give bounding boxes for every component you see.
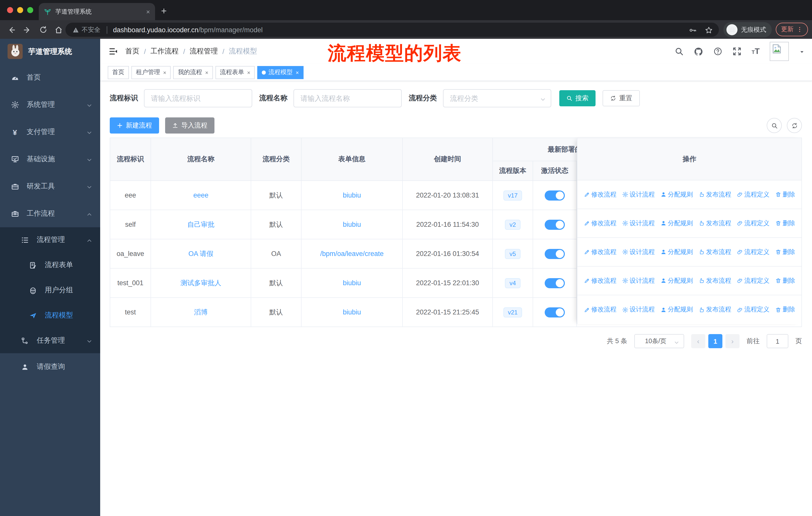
close-icon[interactable]: × (205, 69, 208, 75)
close-icon[interactable]: × (296, 69, 299, 75)
tag-process-model[interactable]: 流程模型× (258, 66, 303, 79)
active-toggle[interactable] (545, 278, 565, 288)
close-window-button[interactable] (7, 7, 13, 13)
breadcrumb-workflow[interactable]: 工作流程 (150, 47, 179, 56)
assign-rule-link[interactable]: 分配规则 (660, 219, 693, 227)
process-definition-link[interactable]: 流程定义 (737, 276, 770, 285)
modify-process-link[interactable]: 修改流程 (584, 219, 616, 227)
font-size-icon[interactable]: TT (752, 47, 760, 56)
design-process-link[interactable]: 设计流程 (622, 248, 655, 256)
modify-process-link[interactable]: 修改流程 (584, 276, 616, 285)
process-definition-link[interactable]: 流程定义 (737, 190, 770, 199)
caret-down-icon[interactable] (799, 47, 805, 56)
modify-process-link[interactable]: 修改流程 (584, 248, 616, 256)
delete-link[interactable]: 删除 (775, 276, 795, 285)
active-toggle[interactable] (545, 249, 565, 259)
address-bar[interactable]: 不安全 dashboard.yudao.iocoder.cn/bpm/manag… (65, 23, 719, 37)
breadcrumb-process-mgmt[interactable]: 流程管理 (190, 47, 218, 56)
close-icon[interactable]: × (163, 69, 166, 75)
process-name-link[interactable]: OA 请假 (188, 249, 213, 258)
form-info-link[interactable]: biubiu (343, 279, 361, 287)
modify-process-link[interactable]: 修改流程 (584, 190, 616, 199)
active-toggle[interactable] (545, 190, 565, 200)
process-definition-link[interactable]: 流程定义 (737, 219, 770, 227)
home-icon[interactable] (52, 24, 64, 36)
sidebar-item-system[interactable]: 系统管理 (0, 91, 100, 118)
refresh-table-button[interactable] (787, 118, 802, 133)
sidebar-item-devtools[interactable]: 研发工具 (0, 173, 100, 200)
publish-process-link[interactable]: 发布流程 (698, 190, 731, 199)
sidebar-item-workflow[interactable]: 工作流程 (0, 200, 100, 227)
assign-rule-link[interactable]: 分配规则 (660, 305, 693, 314)
process-name-link[interactable]: 滔博 (194, 308, 208, 317)
search-button[interactable]: 搜索 (559, 90, 596, 106)
sidebar-item-home[interactable]: 首页 (0, 64, 100, 91)
active-toggle[interactable] (545, 307, 565, 317)
sidebar-item-task-mgmt[interactable]: 任务管理 (0, 328, 100, 353)
tag-process-form[interactable]: 流程表单× (215, 66, 255, 79)
design-process-link[interactable]: 设计流程 (622, 190, 655, 199)
browser-tab[interactable]: 芋道管理系统 × (39, 3, 155, 20)
delete-link[interactable]: 删除 (775, 305, 795, 314)
design-process-link[interactable]: 设计流程 (622, 219, 655, 227)
close-icon[interactable]: × (247, 69, 251, 75)
delete-link[interactable]: 删除 (775, 248, 795, 256)
tag-my-process[interactable]: 我的流程× (173, 66, 213, 79)
sidebar-item-process-model[interactable]: 流程模型 (0, 303, 100, 328)
sidebar-item-process-mgmt[interactable]: 流程管理 (0, 227, 100, 252)
process-definition-link[interactable]: 流程定义 (737, 305, 770, 314)
create-process-button[interactable]: 新建流程 (110, 117, 159, 134)
bookmark-star-icon[interactable] (705, 25, 713, 34)
form-info-link[interactable]: biubiu (343, 221, 361, 228)
design-process-link[interactable]: 设计流程 (622, 305, 655, 314)
breadcrumb-home[interactable]: 首页 (125, 47, 140, 56)
publish-process-link[interactable]: 发布流程 (698, 248, 731, 256)
publish-process-link[interactable]: 发布流程 (698, 276, 731, 285)
form-info-link[interactable]: biubiu (343, 191, 361, 199)
import-process-button[interactable]: 导入流程 (165, 117, 214, 134)
process-id-input[interactable] (144, 89, 252, 107)
minimize-window-button[interactable] (17, 7, 23, 13)
zoom-window-button[interactable] (27, 7, 33, 13)
delete-link[interactable]: 删除 (775, 219, 795, 227)
assign-rule-link[interactable]: 分配规则 (660, 248, 693, 256)
process-name-link[interactable]: 测试多审批人 (180, 278, 221, 288)
password-key-icon[interactable] (689, 25, 697, 34)
sidebar-item-infra[interactable]: 基础设施 (0, 146, 100, 173)
publish-process-link[interactable]: 发布流程 (698, 219, 731, 227)
tab-close-icon[interactable]: × (146, 8, 150, 16)
sidebar-item-process-form[interactable]: 流程表单 (0, 252, 100, 278)
new-tab-button[interactable]: + (161, 4, 167, 18)
back-icon[interactable] (5, 24, 17, 36)
delete-link[interactable]: 删除 (775, 190, 795, 199)
sidebar-item-leave-query[interactable]: 请假查询 (0, 353, 100, 380)
search-icon[interactable] (674, 47, 684, 56)
reload-icon[interactable] (37, 24, 49, 36)
hamburger-icon[interactable] (109, 47, 118, 56)
sidebar-item-payment[interactable]: ¥ 支付管理 (0, 118, 100, 146)
form-info-link[interactable]: /bpm/oa/leave/create (320, 250, 384, 257)
next-page-button[interactable]: › (725, 334, 740, 348)
process-definition-link[interactable]: 流程定义 (737, 248, 770, 256)
process-name-link[interactable]: 自己审批 (187, 220, 214, 229)
forward-icon[interactable] (21, 24, 33, 36)
design-process-link[interactable]: 设计流程 (622, 276, 655, 285)
user-avatar[interactable] (770, 42, 789, 61)
assign-rule-link[interactable]: 分配规则 (660, 276, 693, 285)
process-name-link[interactable]: eeee (193, 191, 208, 199)
help-icon[interactable] (713, 47, 722, 56)
tag-tenant[interactable]: 租户管理× (132, 66, 171, 79)
browser-menu-dots-icon[interactable] (796, 26, 803, 33)
process-name-input[interactable] (293, 89, 402, 107)
page-size-select[interactable]: 10条/页 (634, 334, 684, 348)
sidebar-item-user-group[interactable]: 用户分组 (0, 278, 100, 303)
assign-rule-link[interactable]: 分配规则 (660, 190, 693, 199)
page-1-button[interactable]: 1 (708, 334, 722, 348)
reset-button[interactable]: 重置 (603, 90, 640, 106)
publish-process-link[interactable]: 发布流程 (698, 305, 731, 314)
modify-process-link[interactable]: 修改流程 (584, 305, 616, 314)
fullscreen-icon[interactable] (732, 47, 742, 56)
form-info-link[interactable]: biubiu (343, 308, 361, 316)
toggle-search-button[interactable] (767, 118, 782, 133)
process-category-select[interactable] (443, 89, 551, 107)
